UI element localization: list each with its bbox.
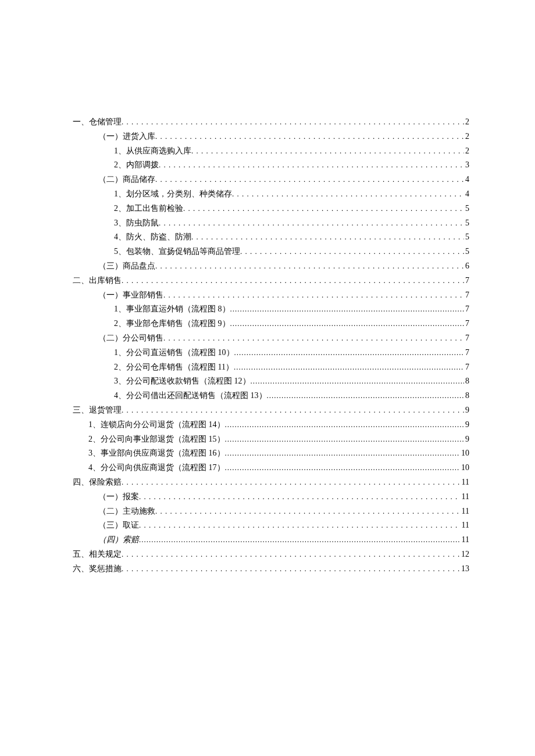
toc-entry[interactable]: 2、分公司仓库销售（流程图 11） ......................… <box>73 360 469 375</box>
toc-leader-dots: ........................................… <box>267 389 465 403</box>
toc-entry-page: 2 <box>464 144 469 159</box>
toc-entry-title: （二）主动施救 <box>98 504 155 519</box>
toc-entry[interactable]: 2、加工出售前检验 . . . . . . . . . . . . . . . … <box>73 202 469 216</box>
table-of-contents: 一、仓储管理. . . . . . . . . . . . . . . . . … <box>73 115 469 576</box>
toc-entry-title: 4、分公司借出还回配送销售（流程图 13） <box>114 389 267 403</box>
toc-leader-dots: . . . . . . . . . . . . . . . . . . . . … <box>122 547 460 562</box>
toc-leader-dots: ........................................… <box>230 317 465 331</box>
toc-entry[interactable]: （三）商品盘点. . . . . . . . . . . . . . . . .… <box>73 259 469 274</box>
toc-entry[interactable]: 3、事业部向供应商退货（流程图 16） ....................… <box>73 446 469 461</box>
toc-entry-page: 4 <box>464 187 469 202</box>
toc-entry-page: 11 <box>461 533 469 547</box>
toc-entry[interactable]: 1、分公司直运销售（流程图 10） ......................… <box>73 346 469 360</box>
toc-entry-title: 2、分公司仓库销售（流程图 11） <box>114 360 234 375</box>
toc-entry-page: 5 <box>464 202 469 216</box>
toc-entry-page: 9 <box>464 418 469 432</box>
toc-entry-page: 8 <box>464 374 469 389</box>
toc-entry[interactable]: 四、保险索赔. . . . . . . . . . . . . . . . . … <box>73 475 469 490</box>
toc-entry-title: 2、加工出售前检验 <box>114 202 183 216</box>
toc-entry[interactable]: 3、分公司配送收款销售（流程图 12） ....................… <box>73 374 469 389</box>
toc-entry[interactable]: （三）取证. . . . . . . . . . . . . . . . . .… <box>73 518 469 533</box>
toc-leader-dots: ........................................… <box>139 533 461 547</box>
toc-leader-dots: ........................................… <box>225 446 461 461</box>
toc-leader-dots: . . . . . . . . . . . . . . . . . . . . … <box>163 331 464 346</box>
toc-entry-page: 9 <box>464 403 469 418</box>
toc-entry[interactable]: 4、分公司向供应商退货（流程图 17） ....................… <box>73 461 469 475</box>
toc-entry-title: 2、内部调拨 <box>114 158 159 173</box>
toc-entry[interactable]: 1、事业部直运外销（流程图 8） .......................… <box>73 302 469 317</box>
toc-entry-page: 7 <box>464 302 469 317</box>
toc-entry-page: 3 <box>464 158 469 173</box>
toc-entry[interactable]: 三、退货管理. . . . . . . . . . . . . . . . . … <box>73 403 469 418</box>
toc-entry[interactable]: 二、出库销售. . . . . . . . . . . . . . . . . … <box>73 274 469 288</box>
toc-entry-title: （二）商品储存 <box>98 173 155 187</box>
toc-entry[interactable]: 1、连锁店向分公司退货（流程图 14） ....................… <box>73 418 469 432</box>
toc-entry-title: （一）报案 <box>98 490 139 504</box>
toc-entry-title: 二、出库销售 <box>73 274 122 288</box>
toc-leader-dots: . . . . . . . . . . . . . . . . . . . . … <box>191 144 464 159</box>
toc-entry-title: （一）进货入库 <box>98 130 155 144</box>
toc-entry-page: 10 <box>460 461 469 475</box>
toc-entry-page: 8 <box>464 389 469 403</box>
toc-entry-title: 4、防火、防盗、防潮 <box>114 230 191 245</box>
toc-leader-dots: ........................................… <box>225 461 461 475</box>
toc-leader-dots: . . . . . . . . . . . . . . . . . . . . … <box>155 504 461 519</box>
toc-leader-dots: . . . . . . . . . . . . . . . . . . . . … <box>232 187 464 202</box>
toc-entry[interactable]: 2、分公司向事业部退货（流程图 15） ....................… <box>73 432 469 447</box>
toc-entry-page: 5 <box>464 216 469 231</box>
toc-entry[interactable]: 3、防虫防鼠 . . . . . . . . . . . . . . . . .… <box>73 216 469 231</box>
toc-entry[interactable]: 2、事业部仓库销售（流程图 9） .......................… <box>73 317 469 331</box>
toc-entry-page: 11 <box>461 518 469 533</box>
toc-entry[interactable]: 2、内部调拨 . . . . . . . . . . . . . . . . .… <box>73 158 469 173</box>
toc-leader-dots: . . . . . . . . . . . . . . . . . . . . … <box>155 173 464 187</box>
toc-entry-page: 7 <box>464 346 469 360</box>
toc-entry-page: 12 <box>460 547 469 562</box>
toc-entry[interactable]: （二）商品储存. . . . . . . . . . . . . . . . .… <box>73 173 469 187</box>
toc-entry-page: 4 <box>464 173 469 187</box>
toc-entry[interactable]: 1、从供应商选购入库 . . . . . . . . . . . . . . .… <box>73 144 469 159</box>
toc-entry-page: 9 <box>464 432 469 447</box>
toc-entry-title: 1、分公司直运销售（流程图 10） <box>114 346 234 360</box>
toc-entry-title: （三）取证 <box>98 518 139 533</box>
toc-entry-title: （二）分公司销售 <box>98 331 163 346</box>
toc-entry-page: 6 <box>464 259 469 274</box>
toc-entry-page: 11 <box>461 490 469 504</box>
toc-leader-dots: . . . . . . . . . . . . . . . . . . . . … <box>122 274 464 288</box>
toc-leader-dots: . . . . . . . . . . . . . . . . . . . . … <box>155 130 464 144</box>
toc-entry[interactable]: （四）索赔...................................… <box>73 533 469 547</box>
toc-entry-title: （三）商品盘点 <box>98 259 155 274</box>
toc-entry-page: 5 <box>464 230 469 245</box>
toc-leader-dots: . . . . . . . . . . . . . . . . . . . . … <box>159 216 464 231</box>
toc-entry-page: 7 <box>464 317 469 331</box>
toc-leader-dots: . . . . . . . . . . . . . . . . . . . . … <box>122 475 461 490</box>
toc-leader-dots: . . . . . . . . . . . . . . . . . . . . … <box>122 403 464 418</box>
toc-entry[interactable]: （一）事业部销售. . . . . . . . . . . . . . . . … <box>73 288 469 303</box>
toc-entry-title: 2、事业部仓库销售（流程图 9） <box>114 317 230 331</box>
toc-entry[interactable]: 五、相关规定. . . . . . . . . . . . . . . . . … <box>73 547 469 562</box>
toc-entry-title: 五、相关规定 <box>73 547 122 562</box>
toc-entry[interactable]: 六、奖惩措施. . . . . . . . . . . . . . . . . … <box>73 562 469 576</box>
toc-leader-dots: . . . . . . . . . . . . . . . . . . . . … <box>183 202 464 216</box>
toc-entry-page: 2 <box>464 130 469 144</box>
toc-entry[interactable]: （一）报案. . . . . . . . . . . . . . . . . .… <box>73 490 469 504</box>
toc-entry[interactable]: （二）分公司销售. . . . . . . . . . . . . . . . … <box>73 331 469 346</box>
toc-entry-title: 1、划分区域，分类别、种类储存 <box>114 187 232 202</box>
toc-leader-dots: . . . . . . . . . . . . . . . . . . . . … <box>139 490 461 504</box>
toc-entry[interactable]: 一、仓储管理. . . . . . . . . . . . . . . . . … <box>73 115 469 130</box>
toc-leader-dots: ........................................… <box>251 374 465 389</box>
toc-entry[interactable]: 5、包装物、宣扬促销品等商品管理 . . . . . . . . . . . .… <box>73 245 469 259</box>
toc-entry-title: 5、包装物、宣扬促销品等商品管理 <box>114 245 240 259</box>
toc-entry[interactable]: 1、划分区域，分类别、种类储存 . . . . . . . . . . . . … <box>73 187 469 202</box>
toc-entry[interactable]: （一）进货入库. . . . . . . . . . . . . . . . .… <box>73 130 469 144</box>
toc-entry-title: （四）索赔 <box>98 533 139 547</box>
toc-entry-title: 四、保险索赔 <box>73 475 122 490</box>
toc-entry[interactable]: 4、分公司借出还回配送销售（流程图 13） ..................… <box>73 389 469 403</box>
toc-entry-title: 4、分公司向供应商退货（流程图 17） <box>88 461 225 475</box>
toc-entry[interactable]: （二）主动施救. . . . . . . . . . . . . . . . .… <box>73 504 469 519</box>
toc-entry[interactable]: 4、防火、防盗、防潮 . . . . . . . . . . . . . . .… <box>73 230 469 245</box>
toc-leader-dots: . . . . . . . . . . . . . . . . . . . . … <box>155 259 464 274</box>
toc-entry-page: 11 <box>461 475 469 490</box>
toc-entry-title: 三、退货管理 <box>73 403 122 418</box>
toc-entry-title: 3、分公司配送收款销售（流程图 12） <box>114 374 251 389</box>
toc-entry-title: 3、防虫防鼠 <box>114 216 159 231</box>
